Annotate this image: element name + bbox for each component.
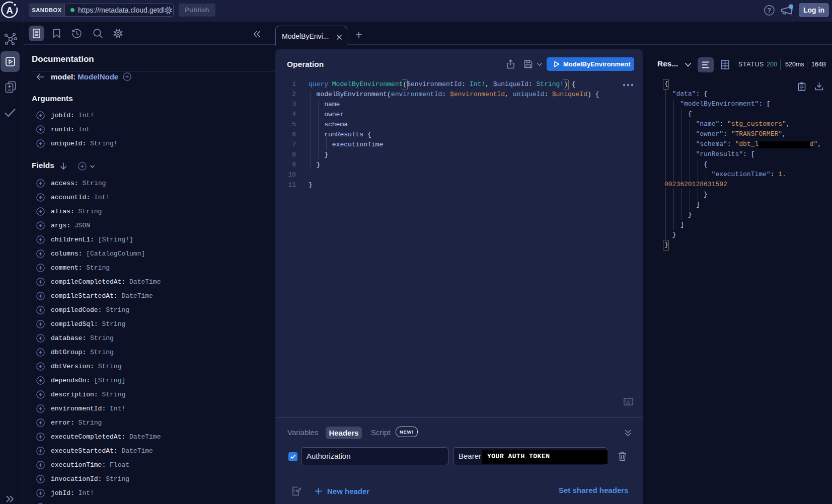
svg-text:?: ?: [768, 7, 771, 14]
svg-text:A: A: [6, 5, 13, 16]
